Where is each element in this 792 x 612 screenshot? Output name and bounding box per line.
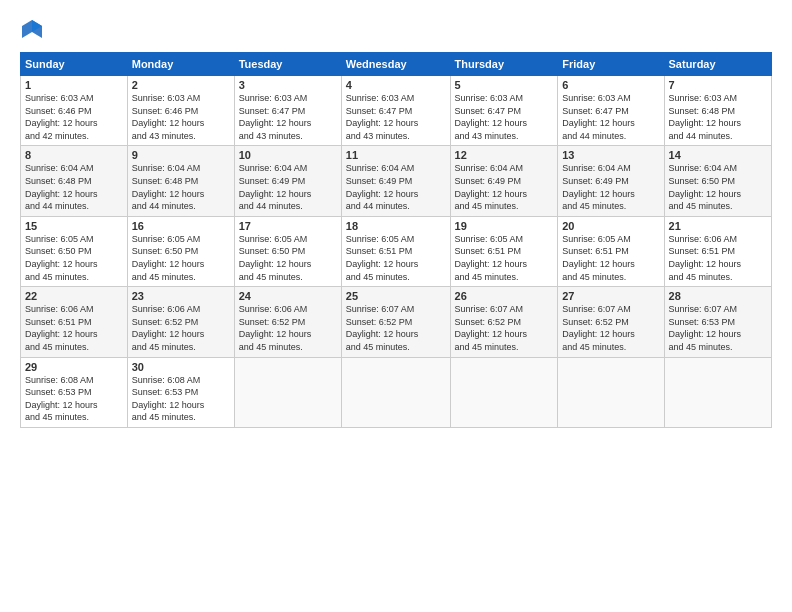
day-info: Sunrise: 6:08 AM Sunset: 6:53 PM Dayligh… [25,374,123,424]
day-number: 30 [132,361,230,373]
logo-icon [20,18,44,42]
day-number: 3 [239,79,337,91]
calendar-cell: 7Sunrise: 6:03 AM Sunset: 6:48 PM Daylig… [664,76,771,146]
calendar-cell: 4Sunrise: 6:03 AM Sunset: 6:47 PM Daylig… [341,76,450,146]
day-number: 8 [25,149,123,161]
day-info: Sunrise: 6:05 AM Sunset: 6:50 PM Dayligh… [239,233,337,283]
day-info: Sunrise: 6:07 AM Sunset: 6:52 PM Dayligh… [562,303,659,353]
calendar-cell: 1Sunrise: 6:03 AM Sunset: 6:46 PM Daylig… [21,76,128,146]
day-number: 29 [25,361,123,373]
calendar-cell: 27Sunrise: 6:07 AM Sunset: 6:52 PM Dayli… [558,287,664,357]
day-number: 1 [25,79,123,91]
calendar-cell: 8Sunrise: 6:04 AM Sunset: 6:48 PM Daylig… [21,146,128,216]
calendar-cell: 6Sunrise: 6:03 AM Sunset: 6:47 PM Daylig… [558,76,664,146]
day-info: Sunrise: 6:05 AM Sunset: 6:51 PM Dayligh… [346,233,446,283]
calendar-cell: 10Sunrise: 6:04 AM Sunset: 6:49 PM Dayli… [234,146,341,216]
calendar-cell: 3Sunrise: 6:03 AM Sunset: 6:47 PM Daylig… [234,76,341,146]
day-info: Sunrise: 6:04 AM Sunset: 6:49 PM Dayligh… [346,162,446,212]
day-number: 22 [25,290,123,302]
calendar-week-row: 29Sunrise: 6:08 AM Sunset: 6:53 PM Dayli… [21,357,772,427]
calendar-cell: 28Sunrise: 6:07 AM Sunset: 6:53 PM Dayli… [664,287,771,357]
day-info: Sunrise: 6:03 AM Sunset: 6:47 PM Dayligh… [346,92,446,142]
day-number: 10 [239,149,337,161]
day-info: Sunrise: 6:07 AM Sunset: 6:53 PM Dayligh… [669,303,767,353]
calendar-cell: 29Sunrise: 6:08 AM Sunset: 6:53 PM Dayli… [21,357,128,427]
calendar-cell: 18Sunrise: 6:05 AM Sunset: 6:51 PM Dayli… [341,216,450,286]
calendar-cell: 21Sunrise: 6:06 AM Sunset: 6:51 PM Dayli… [664,216,771,286]
calendar-cell: 19Sunrise: 6:05 AM Sunset: 6:51 PM Dayli… [450,216,558,286]
calendar-week-row: 15Sunrise: 6:05 AM Sunset: 6:50 PM Dayli… [21,216,772,286]
day-number: 16 [132,220,230,232]
day-info: Sunrise: 6:03 AM Sunset: 6:48 PM Dayligh… [669,92,767,142]
header [20,18,772,42]
calendar-week-row: 22Sunrise: 6:06 AM Sunset: 6:51 PM Dayli… [21,287,772,357]
calendar-cell [664,357,771,427]
day-info: Sunrise: 6:04 AM Sunset: 6:49 PM Dayligh… [562,162,659,212]
day-number: 24 [239,290,337,302]
day-info: Sunrise: 6:05 AM Sunset: 6:51 PM Dayligh… [562,233,659,283]
day-number: 5 [455,79,554,91]
calendar-header-sunday: Sunday [21,53,128,76]
day-number: 7 [669,79,767,91]
calendar-cell [341,357,450,427]
page: SundayMondayTuesdayWednesdayThursdayFrid… [0,0,792,612]
day-info: Sunrise: 6:03 AM Sunset: 6:47 PM Dayligh… [239,92,337,142]
calendar-cell: 11Sunrise: 6:04 AM Sunset: 6:49 PM Dayli… [341,146,450,216]
calendar-cell: 20Sunrise: 6:05 AM Sunset: 6:51 PM Dayli… [558,216,664,286]
day-info: Sunrise: 6:03 AM Sunset: 6:46 PM Dayligh… [25,92,123,142]
day-number: 19 [455,220,554,232]
day-info: Sunrise: 6:04 AM Sunset: 6:48 PM Dayligh… [25,162,123,212]
day-info: Sunrise: 6:06 AM Sunset: 6:52 PM Dayligh… [239,303,337,353]
calendar-cell [558,357,664,427]
day-info: Sunrise: 6:03 AM Sunset: 6:47 PM Dayligh… [562,92,659,142]
day-info: Sunrise: 6:07 AM Sunset: 6:52 PM Dayligh… [455,303,554,353]
calendar-table: SundayMondayTuesdayWednesdayThursdayFrid… [20,52,772,428]
day-info: Sunrise: 6:05 AM Sunset: 6:50 PM Dayligh… [132,233,230,283]
day-info: Sunrise: 6:05 AM Sunset: 6:50 PM Dayligh… [25,233,123,283]
day-info: Sunrise: 6:08 AM Sunset: 6:53 PM Dayligh… [132,374,230,424]
calendar-header-row: SundayMondayTuesdayWednesdayThursdayFrid… [21,53,772,76]
calendar-week-row: 8Sunrise: 6:04 AM Sunset: 6:48 PM Daylig… [21,146,772,216]
calendar-header-thursday: Thursday [450,53,558,76]
calendar-cell: 9Sunrise: 6:04 AM Sunset: 6:48 PM Daylig… [127,146,234,216]
calendar-cell: 30Sunrise: 6:08 AM Sunset: 6:53 PM Dayli… [127,357,234,427]
day-number: 21 [669,220,767,232]
day-info: Sunrise: 6:04 AM Sunset: 6:48 PM Dayligh… [132,162,230,212]
calendar-cell [450,357,558,427]
day-number: 17 [239,220,337,232]
day-number: 14 [669,149,767,161]
day-number: 25 [346,290,446,302]
day-info: Sunrise: 6:04 AM Sunset: 6:50 PM Dayligh… [669,162,767,212]
calendar-cell: 2Sunrise: 6:03 AM Sunset: 6:46 PM Daylig… [127,76,234,146]
day-number: 9 [132,149,230,161]
calendar-week-row: 1Sunrise: 6:03 AM Sunset: 6:46 PM Daylig… [21,76,772,146]
day-info: Sunrise: 6:04 AM Sunset: 6:49 PM Dayligh… [455,162,554,212]
day-number: 15 [25,220,123,232]
calendar-cell: 26Sunrise: 6:07 AM Sunset: 6:52 PM Dayli… [450,287,558,357]
calendar-cell: 13Sunrise: 6:04 AM Sunset: 6:49 PM Dayli… [558,146,664,216]
calendar-cell [234,357,341,427]
day-number: 12 [455,149,554,161]
day-info: Sunrise: 6:06 AM Sunset: 6:51 PM Dayligh… [25,303,123,353]
day-info: Sunrise: 6:03 AM Sunset: 6:47 PM Dayligh… [455,92,554,142]
calendar-cell: 25Sunrise: 6:07 AM Sunset: 6:52 PM Dayli… [341,287,450,357]
calendar-cell: 17Sunrise: 6:05 AM Sunset: 6:50 PM Dayli… [234,216,341,286]
day-number: 2 [132,79,230,91]
day-number: 18 [346,220,446,232]
day-info: Sunrise: 6:06 AM Sunset: 6:52 PM Dayligh… [132,303,230,353]
calendar-cell: 23Sunrise: 6:06 AM Sunset: 6:52 PM Dayli… [127,287,234,357]
day-number: 20 [562,220,659,232]
day-number: 26 [455,290,554,302]
day-info: Sunrise: 6:03 AM Sunset: 6:46 PM Dayligh… [132,92,230,142]
calendar-header-monday: Monday [127,53,234,76]
calendar-cell: 24Sunrise: 6:06 AM Sunset: 6:52 PM Dayli… [234,287,341,357]
day-info: Sunrise: 6:06 AM Sunset: 6:51 PM Dayligh… [669,233,767,283]
day-info: Sunrise: 6:05 AM Sunset: 6:51 PM Dayligh… [455,233,554,283]
day-number: 11 [346,149,446,161]
calendar-cell: 15Sunrise: 6:05 AM Sunset: 6:50 PM Dayli… [21,216,128,286]
calendar-header-wednesday: Wednesday [341,53,450,76]
day-info: Sunrise: 6:04 AM Sunset: 6:49 PM Dayligh… [239,162,337,212]
calendar-header-friday: Friday [558,53,664,76]
calendar-cell: 12Sunrise: 6:04 AM Sunset: 6:49 PM Dayli… [450,146,558,216]
day-number: 28 [669,290,767,302]
